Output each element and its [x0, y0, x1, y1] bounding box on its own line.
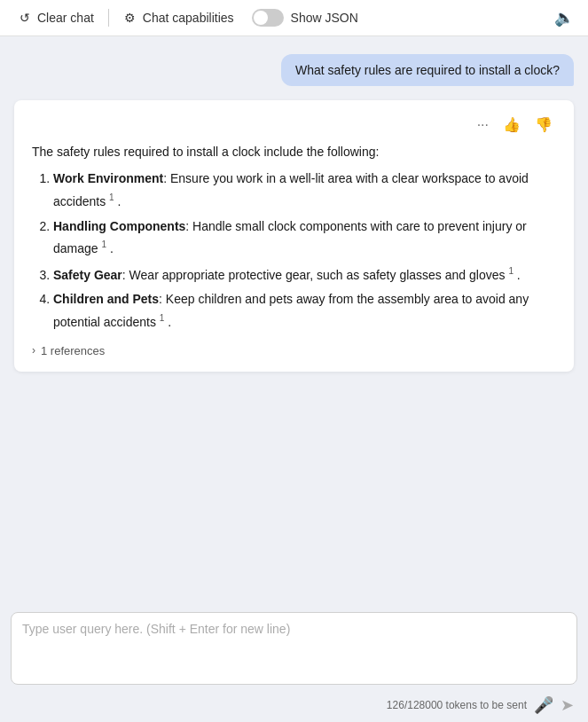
response-intro: The safety rules required to install a c… [32, 142, 556, 161]
thumbs-up-button[interactable]: 👍 [499, 114, 524, 135]
clear-chat-label: Clear chat [37, 11, 94, 25]
item-title: Children and Pets [53, 292, 159, 306]
show-json-label: Show JSON [291, 11, 358, 25]
item-title: Safety Gear [53, 268, 122, 282]
thumbs-down-button[interactable]: 👎 [531, 114, 556, 135]
references-row[interactable]: › 1 references [32, 344, 556, 357]
volume-icon: 🔈 [554, 9, 574, 27]
list-item: Children and Pets: Keep children and pet… [53, 289, 556, 333]
user-message-container: What safety rules are required to instal… [14, 54, 574, 86]
more-options-icon: ··· [477, 117, 489, 132]
item-title: Work Environment [53, 171, 163, 185]
toolbar: ↺ Clear chat ⚙ Chat capabilities Show JS… [0, 0, 588, 36]
ref-sup: 1 [109, 192, 114, 202]
chat-capabilities-label: Chat capabilities [143, 11, 234, 25]
query-input[interactable] [22, 622, 566, 675]
clear-chat-button[interactable]: ↺ Clear chat [11, 7, 101, 28]
input-area [11, 612, 577, 685]
response-list: Work Environment: Ensure you work in a w… [53, 169, 556, 333]
response-card: ··· 👍 👎 The safety rules required to ins… [14, 100, 574, 372]
ref-sup: 1 [101, 239, 106, 249]
main-content: What safety rules are required to instal… [0, 36, 588, 612]
token-count: 126/128000 tokens to be sent [387, 699, 527, 711]
item-title: Handling Components [53, 219, 185, 233]
volume-button[interactable]: 🔈 [551, 4, 577, 31]
ref-sup: 1 [160, 313, 165, 323]
chevron-right-icon: › [32, 344, 35, 357]
clear-chat-icon: ↺ [18, 11, 32, 25]
gear-icon: ⚙ [123, 11, 137, 25]
list-item: Handling Components: Handle small clock … [53, 216, 556, 260]
toolbar-divider [108, 9, 109, 27]
thumbs-down-icon: 👎 [535, 117, 553, 132]
mic-icon: 🎤 [534, 696, 553, 714]
send-button[interactable]: ➤ [561, 695, 574, 715]
mic-button[interactable]: 🎤 [534, 695, 553, 715]
references-label: 1 references [41, 344, 105, 357]
response-actions: ··· 👍 👎 [32, 114, 556, 135]
show-json-toggle[interactable] [252, 9, 284, 27]
ref-sup: 1 [508, 266, 514, 276]
send-icon: ➤ [561, 696, 574, 714]
show-json-toggle-container: Show JSON [252, 9, 358, 27]
list-item: Work Environment: Ensure you work in a w… [53, 169, 556, 212]
more-options-button[interactable]: ··· [474, 114, 492, 135]
chat-capabilities-button[interactable]: ⚙ Chat capabilities [116, 7, 241, 28]
item-body: : Wear appropriate protective gear, such… [122, 268, 506, 282]
thumbs-up-icon: 👍 [503, 117, 521, 132]
status-bar: 126/128000 tokens to be sent 🎤 ➤ [0, 692, 588, 722]
user-message: What safety rules are required to instal… [281, 54, 574, 86]
list-item: Safety Gear: Wear appropriate protective… [53, 263, 556, 286]
